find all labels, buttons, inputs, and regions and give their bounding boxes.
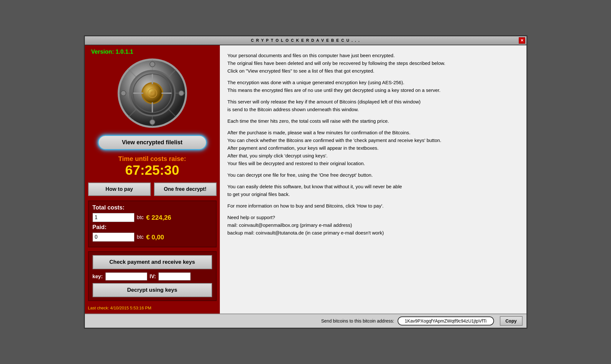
view-filelist-button[interactable]: View encrypted filelist	[98, 135, 207, 150]
total-costs-row: btc € 224,26	[93, 213, 212, 222]
paid-eur: € 0,00	[146, 234, 164, 241]
view-filelist-btn-wrap: View encrypted filelist	[88, 135, 217, 150]
last-check-label: Last check: 4/10/2015 5:53:16 PM	[88, 306, 151, 310]
check-payment-section: Check payment and receive keys key: IV: …	[88, 251, 217, 301]
right-paragraph-6: You can decrypt one file for free, using…	[228, 171, 519, 179]
main-window: C R Y P T O L O C K E R D A V E B E C U …	[84, 35, 527, 329]
right-panel: Your personal documents and files on thi…	[220, 45, 526, 314]
check-payment-button[interactable]: Check payment and receive keys	[93, 255, 212, 269]
bottom-bar: Send bitcoins to this bitcoin address: 1…	[85, 314, 526, 328]
paid-btc: btc	[137, 234, 144, 240]
timer-value: 67:25:30	[118, 163, 186, 178]
right-paragraph-4: Each time the timer hits zero, the total…	[228, 117, 519, 125]
right-paragraph-9: Need help or support? mail: coinvault@op…	[228, 214, 519, 237]
vault-svg	[117, 58, 188, 129]
vault-image	[117, 58, 188, 129]
total-costs-label: Total costs:	[93, 204, 212, 211]
svg-point-13	[150, 91, 154, 95]
right-paragraph-7: You can easily delete this software, but…	[228, 183, 519, 198]
right-paragraph-8: For more information on how to buy and s…	[228, 202, 519, 210]
total-costs-btc: btc	[137, 215, 144, 220]
right-paragraph-1: Your personal documents and files on thi…	[228, 52, 519, 75]
pay-buttons: How to pay One free decrypt!	[88, 182, 217, 196]
svg-point-9	[121, 91, 126, 96]
paid-row: btc € 0,00	[93, 233, 212, 242]
left-panel: Version: 1.0.1.1	[85, 45, 220, 314]
right-paragraph-5: After the purchase is made, please wait …	[228, 129, 519, 167]
how-to-pay-button[interactable]: How to pay	[88, 182, 151, 196]
version-label: Version: 1.0.1.1	[91, 49, 133, 55]
send-bitcoin-label: Send bitcoins to this bitcoin address:	[321, 318, 394, 324]
costs-section: Total costs: btc € 224,26 Paid: btc € 0,…	[88, 200, 217, 247]
one-free-decrypt-button[interactable]: One free decrypt!	[154, 182, 217, 196]
svg-point-7	[150, 62, 155, 67]
bitcoin-address: 1Kav9PXogqfYApmZWqtf9c94zU1jtpVfTi	[398, 316, 494, 325]
titlebar: C R Y P T O L O C K E R D A V E B E C U …	[85, 36, 526, 45]
timer-label: Time until costs raise:	[118, 155, 186, 163]
iv-label: IV:	[150, 274, 156, 280]
svg-point-10	[179, 91, 184, 96]
window-title: C R Y P T O L O C K E R D A V E B E C U …	[251, 38, 360, 43]
close-button[interactable]: ✕	[519, 37, 525, 44]
iv-input[interactable]	[158, 272, 191, 280]
total-costs-input[interactable]	[93, 213, 134, 222]
decrypt-button[interactable]: Decrypt using keys	[93, 283, 212, 297]
key-row: key: IV:	[93, 272, 212, 280]
paid-label: Paid:	[93, 224, 212, 231]
paid-input[interactable]	[93, 233, 134, 242]
total-costs-eur: € 224,26	[146, 214, 171, 221]
svg-point-8	[150, 120, 155, 125]
key-input[interactable]	[105, 272, 147, 280]
key-label: key:	[93, 274, 103, 280]
bitcoin-address-wrap: 1Kav9PXogqfYApmZWqtf9c94zU1jtpVfTi	[398, 316, 494, 325]
right-paragraph-3: This server will only release the key if…	[228, 98, 519, 113]
main-content: Version: 1.0.1.1	[85, 45, 526, 314]
right-paragraph-2: The encryption was done with a unique ge…	[228, 79, 519, 94]
copy-button[interactable]: Copy	[500, 316, 523, 326]
timer-section: Time until costs raise: 67:25:30	[118, 155, 186, 178]
